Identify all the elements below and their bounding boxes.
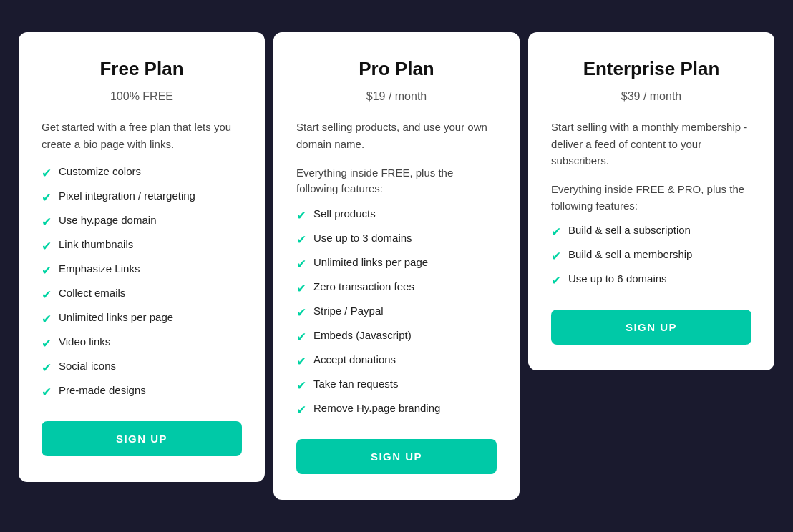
checkmark-icon: ✔ <box>296 281 306 296</box>
checkmark-icon: ✔ <box>296 257 306 272</box>
feature-label: Emphasize Links <box>59 262 140 275</box>
list-item: ✔Accept donations <box>296 353 497 369</box>
plan-description-pro: Start selling products, and use your own… <box>296 119 497 152</box>
plan-description-enterprise: Start selling with a monthly membership … <box>551 119 751 169</box>
plan-title-free: Free Plan <box>42 58 242 80</box>
list-item: ✔Pre-made designs <box>42 384 242 400</box>
feature-label: Use up to 3 domains <box>313 232 412 244</box>
signup-button-pro[interactable]: SIGN UP <box>296 439 497 474</box>
feature-label: Stripe / Paypal <box>313 305 384 317</box>
plan-price-free: 100% FREE <box>42 90 242 103</box>
list-item: ✔Remove Hy.page branding <box>296 402 497 418</box>
plan-price-pro: $19 / month <box>296 90 497 103</box>
checkmark-icon: ✔ <box>551 225 561 240</box>
checkmark-icon: ✔ <box>42 239 52 254</box>
list-item: ✔Use up to 6 domains <box>551 272 751 288</box>
list-item: ✔Social icons <box>42 360 242 375</box>
list-item: ✔Use hy.page domain <box>42 214 242 230</box>
feature-list-enterprise: ✔Build & sell a subscription✔Build & sel… <box>551 224 751 288</box>
list-item: ✔Link thumbnails <box>42 238 242 254</box>
list-item: ✔Emphasize Links <box>42 262 242 278</box>
list-item: ✔Sell products <box>296 207 497 223</box>
list-item: ✔Unlimited links per page <box>42 311 242 327</box>
checkmark-icon: ✔ <box>42 263 52 278</box>
feature-label: Remove Hy.page branding <box>313 402 440 414</box>
plan-title-pro: Pro Plan <box>296 58 497 80</box>
feature-label: Use up to 6 domains <box>568 272 667 285</box>
list-item: ✔Embeds (Javascript) <box>296 329 497 345</box>
feature-label: Accept donations <box>313 353 396 365</box>
feature-label: Pixel integration / retargeting <box>59 189 195 202</box>
checkmark-icon: ✔ <box>42 360 52 375</box>
feature-list-pro: ✔Sell products✔Use up to 3 domains✔Unlim… <box>296 207 497 418</box>
feature-label: Social icons <box>59 360 116 372</box>
signup-button-enterprise[interactable]: SIGN UP <box>551 310 751 345</box>
feature-label: Unlimited links per page <box>59 311 173 323</box>
plan-card-enterprise: Enterprise Plan$39 / monthStart selling … <box>528 32 774 370</box>
checkmark-icon: ✔ <box>42 336 52 351</box>
list-item: ✔Customize colors <box>42 165 242 181</box>
list-item: ✔Pixel integration / retargeting <box>42 189 242 205</box>
plan-features-intro-enterprise: Everything inside FREE & PRO, plus the f… <box>551 182 751 214</box>
list-item: ✔Use up to 3 domains <box>296 232 497 247</box>
checkmark-icon: ✔ <box>42 385 52 400</box>
plan-description-free: Get started with a free plan that lets y… <box>42 119 242 152</box>
checkmark-icon: ✔ <box>42 215 52 230</box>
checkmark-icon: ✔ <box>551 249 561 264</box>
checkmark-icon: ✔ <box>296 403 306 418</box>
list-item: ✔Unlimited links per page <box>296 256 497 272</box>
feature-list-free: ✔Customize colors✔Pixel integration / re… <box>42 165 242 400</box>
feature-label: Build & sell a membership <box>568 248 692 260</box>
checkmark-icon: ✔ <box>296 354 306 369</box>
list-item: ✔Take fan requests <box>296 378 497 393</box>
feature-label: Link thumbnails <box>59 238 133 250</box>
list-item: ✔Video links <box>42 335 242 351</box>
list-item: ✔Stripe / Paypal <box>296 305 497 320</box>
feature-label: Take fan requests <box>313 378 398 390</box>
checkmark-icon: ✔ <box>296 208 306 223</box>
plan-price-enterprise: $39 / month <box>551 90 751 103</box>
plan-card-pro: Pro Plan$19 / monthStart selling product… <box>273 32 520 500</box>
plans-container: Free Plan100% FREEGet started with a fre… <box>14 32 779 500</box>
checkmark-icon: ✔ <box>42 166 52 181</box>
checkmark-icon: ✔ <box>296 330 306 345</box>
feature-label: Sell products <box>313 207 376 220</box>
checkmark-icon: ✔ <box>42 190 52 205</box>
feature-label: Use hy.page domain <box>59 214 156 226</box>
plan-title-enterprise: Enterprise Plan <box>551 58 751 80</box>
checkmark-icon: ✔ <box>551 273 561 288</box>
checkmark-icon: ✔ <box>296 378 306 393</box>
plan-card-free: Free Plan100% FREEGet started with a fre… <box>19 32 265 482</box>
feature-label: Build & sell a subscription <box>568 224 691 236</box>
feature-label: Unlimited links per page <box>313 256 428 268</box>
feature-label: Collect emails <box>59 287 125 299</box>
feature-label: Customize colors <box>59 165 141 177</box>
checkmark-icon: ✔ <box>42 287 52 302</box>
list-item: ✔Build & sell a membership <box>551 248 751 264</box>
checkmark-icon: ✔ <box>296 232 306 247</box>
plan-features-intro-pro: Everything inside FREE, plus the followi… <box>296 165 497 197</box>
checkmark-icon: ✔ <box>42 312 52 327</box>
list-item: ✔Zero transaction fees <box>296 280 497 296</box>
list-item: ✔Collect emails <box>42 287 242 302</box>
feature-label: Zero transaction fees <box>313 280 414 292</box>
checkmark-icon: ✔ <box>296 305 306 320</box>
feature-label: Video links <box>59 335 110 348</box>
signup-button-free[interactable]: SIGN UP <box>42 421 242 456</box>
feature-label: Embeds (Javascript) <box>313 329 412 341</box>
list-item: ✔Build & sell a subscription <box>551 224 751 240</box>
feature-label: Pre-made designs <box>59 384 146 396</box>
